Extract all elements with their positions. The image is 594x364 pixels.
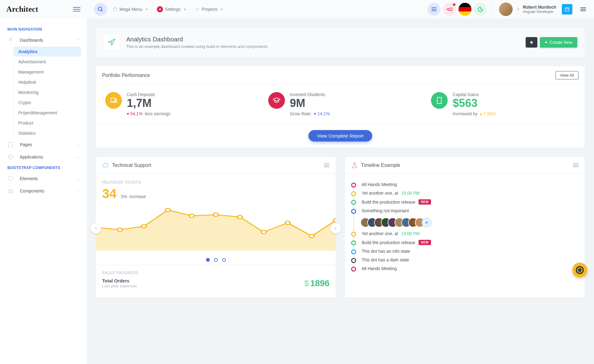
laptop-icon [105, 92, 122, 109]
search-icon[interactable] [94, 3, 107, 16]
metric-label: Cash Deposits [127, 92, 170, 97]
projects-link[interactable]: Projects▼ [192, 7, 226, 12]
new-badge: NEW [419, 240, 431, 245]
activity-icon[interactable] [474, 3, 487, 16]
carousel-dot-3[interactable] [222, 258, 226, 262]
chart-prev-button[interactable]: ‹ [91, 223, 101, 233]
page-subtitle: This is an example dashboard created usi… [126, 44, 269, 49]
sidebar-item-statistics[interactable]: Statistics [14, 128, 81, 138]
helpdesk-word: increase [130, 194, 146, 199]
technical-support-card: Technical Support HELPDESK TICKETS 34 5%… [96, 157, 336, 298]
timeline-dot [351, 249, 356, 254]
sidebar-item-advertisement[interactable]: Advertisement [14, 57, 81, 67]
timeline-dot [351, 240, 356, 245]
timeline-item: All Hands Meeting [351, 180, 579, 189]
sales-value: 1896 [310, 278, 329, 288]
language-flag-icon[interactable] [458, 3, 471, 16]
timeline-text: Yet another one, at [362, 191, 398, 196]
user-avatar [499, 2, 513, 16]
sidebar-item-product[interactable]: Product [14, 118, 81, 128]
plane-icon [103, 34, 120, 51]
star-button[interactable] [526, 37, 537, 48]
user-block[interactable]: ▼ Robert Murdoch Angular Developer [493, 2, 587, 16]
sidebar-item-applications[interactable]: Applications ⌄ [4, 151, 83, 163]
svg-rect-7 [565, 8, 569, 11]
svg-rect-22 [437, 97, 441, 104]
chart-next-button[interactable]: › [330, 223, 341, 233]
timeline-card: Timeline Example All Hands MeetingYet an… [345, 157, 585, 298]
page-title-bar: Analytics Dashboard This is an example d… [96, 28, 585, 57]
calendar-button[interactable] [562, 4, 572, 15]
apps-icon [7, 154, 15, 160]
create-new-label: Create New [549, 40, 572, 45]
timeline-title: Timeline Example [361, 163, 400, 168]
sidebar-item-dashboards[interactable]: Dashboards ⌃ [4, 34, 83, 46]
sidebar-label: Elements [20, 176, 38, 181]
sidebar-item-components[interactable]: Components ⌄ [4, 185, 83, 197]
building-icon [431, 92, 448, 109]
sidebar-item-analytics[interactable]: Analytics [14, 47, 81, 57]
settings-label: Settings [165, 7, 181, 12]
metric-invested: Invested Dividents 9M Grow Rate: ▾ 14.1% [259, 92, 422, 116]
mega-menu-label: Mega Menu [119, 7, 142, 12]
settings-link[interactable]: 4 Settings▼ [154, 6, 190, 12]
timeline-item: Something not important+ [351, 206, 579, 229]
graduation-icon [268, 92, 285, 109]
sidebar-item-management[interactable]: Management [14, 67, 81, 77]
settings-fab[interactable] [572, 263, 587, 277]
timeline-item: All Hands Meeting [351, 264, 579, 273]
timeline-dot [351, 191, 356, 196]
helpdesk-number: 34 [102, 186, 117, 201]
grid-menu-icon[interactable] [428, 3, 441, 16]
gear-icon [576, 266, 584, 274]
options-icon[interactable] [580, 7, 587, 12]
sidebar: MAIN NAVIGATION Dashboards ⌃ Analytics A… [0, 19, 87, 316]
car-icon [7, 188, 15, 194]
projects-label: Projects [202, 7, 217, 12]
sidebar-item-projectmanagement[interactable]: ProjectManagement [14, 108, 81, 118]
svg-point-37 [285, 221, 290, 225]
create-new-button[interactable]: + Create New [540, 37, 577, 48]
view-report-button[interactable]: View Complete Report [308, 130, 372, 142]
metric-label: Capital Gains [453, 92, 496, 97]
sidebar-item-pages[interactable]: Pages ⌄ [4, 138, 83, 151]
timeline-text: This dot has a dark state [362, 257, 409, 262]
announcement-icon[interactable] [443, 3, 456, 16]
mega-menu-link[interactable]: Mega Menu▼ [110, 7, 151, 12]
svg-point-34 [213, 213, 218, 216]
sidebar-toggle-icon[interactable] [73, 7, 80, 11]
sidebar-label: Dashboards [20, 38, 43, 43]
svg-point-33 [189, 214, 194, 218]
support-title: Technical Support [112, 163, 151, 168]
rocket-icon [7, 37, 15, 43]
view-all-button[interactable]: View All [555, 71, 579, 79]
card-menu-icon[interactable] [573, 163, 579, 167]
timeline-item: Yet another one, at 15:00 PM [351, 229, 579, 238]
brand-logo[interactable]: Architect [6, 5, 38, 14]
sidebar-item-elements[interactable]: Elements ⌄ [4, 172, 83, 185]
metric-prefix: Grow Rate: [290, 111, 312, 116]
user-role: Angular Developer [523, 10, 556, 14]
card-menu-icon[interactable] [324, 163, 329, 167]
timeline-text: Yet another one, at [362, 231, 398, 236]
notification-dot [453, 3, 455, 6]
chevron-down-icon: ⌄ [76, 143, 79, 147]
svg-line-1 [101, 10, 103, 11]
portfolio-title: Portfolio Performance [102, 73, 150, 78]
svg-point-36 [261, 231, 266, 234]
add-avatar-button[interactable]: + [422, 218, 432, 227]
chevron-up-icon: ⌃ [76, 38, 79, 42]
sidebar-item-crypto[interactable]: Crypto [14, 98, 81, 108]
carousel-dot-1[interactable] [206, 258, 210, 262]
timeline-dot [351, 209, 356, 214]
timeline-item: Build the production releaseNEW [351, 238, 579, 247]
user-name: Robert Murdoch [523, 5, 556, 10]
sidebar-item-helpdesk[interactable]: Helpdesk [14, 77, 81, 87]
svg-point-0 [98, 7, 102, 11]
page-title: Analytics Dashboard [126, 36, 269, 43]
sidebar-item-monitoring[interactable]: Monitoring [14, 87, 81, 97]
timeline-dot [351, 200, 356, 205]
settings-badge: 4 [157, 6, 163, 12]
svg-point-39 [333, 219, 336, 222]
carousel-dot-2[interactable] [214, 258, 218, 262]
